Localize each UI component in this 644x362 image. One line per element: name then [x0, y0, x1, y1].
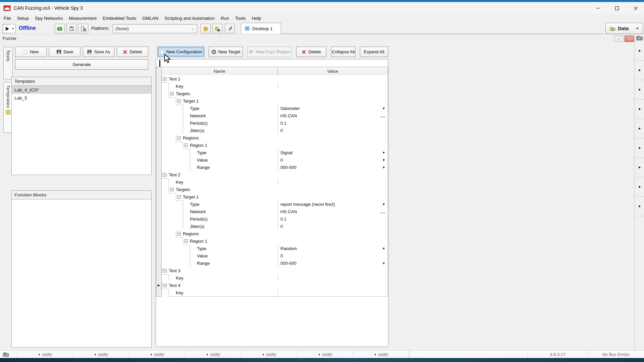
property-name-cell[interactable]: Period(s) — [183, 215, 278, 223]
group-row[interactable]: Target 1 — [176, 193, 388, 201]
minimize-button[interactable] — [594, 4, 602, 12]
group-row[interactable]: Test 3 — [162, 267, 388, 275]
collapse-expander-icon[interactable] — [163, 173, 167, 177]
menu-item-run[interactable]: Run — [218, 15, 232, 22]
new-button[interactable]: New — [15, 47, 47, 57]
fuzzer-close-button[interactable] — [625, 36, 635, 42]
property-value-cell[interactable]: 0.1 — [278, 119, 388, 127]
row-gutter[interactable] — [156, 127, 162, 134]
collapse-expander-icon[interactable] — [170, 188, 174, 191]
row-gutter[interactable] — [156, 171, 162, 179]
status-edit-cell[interactable]: (edit) — [73, 351, 129, 358]
setup-wrench-button[interactable] — [225, 24, 235, 34]
menu-item-scripting-and-automation[interactable]: Scripting and Automation — [161, 15, 218, 22]
delete-button[interactable]: Delete — [296, 47, 326, 57]
play-dropdown-button[interactable]: ▼ — [10, 24, 16, 33]
name-column-header[interactable]: Name — [162, 67, 278, 75]
database-button[interactable] — [201, 24, 211, 34]
row-gutter[interactable] — [156, 141, 162, 149]
property-value-cell[interactable]: Random▼ — [278, 245, 388, 252]
status-edit-cell[interactable]: (edit) — [298, 351, 354, 358]
property-row[interactable]: Typereport message (neovi fire2)▼ — [183, 200, 388, 208]
dock-item[interactable] — [635, 158, 644, 177]
property-value-cell[interactable] — [278, 82, 388, 90]
property-row[interactable]: NetworkHS CAN... — [183, 112, 388, 120]
property-value-cell[interactable]: HS CAN... — [278, 112, 388, 119]
row-gutter[interactable] — [156, 97, 162, 105]
fuzzer-collapse-button[interactable]: ⌄ — [614, 36, 624, 42]
property-name-cell[interactable]: Key — [169, 274, 278, 282]
property-name-cell[interactable]: Value — [190, 252, 278, 259]
property-value-cell[interactable] — [278, 274, 388, 282]
group-row[interactable]: Regions — [176, 134, 388, 142]
row-gutter[interactable] — [156, 237, 162, 245]
property-name-cell[interactable]: Network — [183, 208, 278, 215]
menu-item-measurement[interactable]: Measurement — [66, 15, 100, 22]
dropdown-arrow-icon[interactable]: ▼ — [382, 202, 388, 206]
save-button[interactable]: Save — [49, 47, 80, 57]
row-gutter[interactable] — [156, 134, 162, 142]
menu-item-setup[interactable]: Setup — [14, 15, 32, 22]
side-tab-tests[interactable]: Tests — [3, 47, 13, 79]
property-row[interactable]: Value0▼ — [190, 156, 388, 164]
status-edit-cell[interactable]: (edit) — [129, 351, 185, 358]
dock-item[interactable] — [635, 177, 644, 197]
group-row[interactable]: Target 1 — [176, 97, 388, 105]
group-row[interactable]: Targets — [169, 90, 388, 98]
dropdown-arrow-icon[interactable]: ▼ — [382, 107, 388, 110]
row-gutter[interactable] — [156, 156, 162, 164]
dock-item[interactable] — [635, 119, 644, 138]
row-gutter[interactable] — [156, 82, 162, 90]
row-gutter[interactable] — [156, 112, 162, 120]
group-row[interactable]: Targets — [169, 186, 388, 193]
row-gutter[interactable]: ▶ — [156, 282, 162, 289]
ellipsis-button[interactable]: ... — [381, 113, 388, 118]
row-gutter[interactable] — [156, 105, 162, 112]
property-name-cell[interactable]: Type — [183, 105, 278, 112]
save-setup-button[interactable] — [66, 24, 76, 34]
data-button[interactable]: Data — [605, 23, 633, 34]
row-gutter[interactable] — [156, 215, 162, 223]
row-gutter[interactable] — [156, 230, 162, 238]
collapse-expander-icon[interactable] — [163, 77, 167, 81]
property-row[interactable]: Key — [169, 289, 388, 297]
status-edit-cell[interactable]: (edit) — [17, 351, 73, 358]
menu-item-help[interactable]: Help — [249, 15, 264, 22]
collapse-expander-icon[interactable] — [163, 269, 167, 273]
database-save-button[interactable] — [212, 24, 222, 34]
dropdown-arrow-icon[interactable]: ▼ — [382, 261, 388, 265]
property-name-cell[interactable]: Range — [190, 259, 278, 267]
property-value-cell[interactable] — [278, 289, 388, 296]
property-value-cell[interactable]: report message (neovi fire2)▼ — [278, 200, 388, 208]
collapse-expander-icon[interactable] — [177, 136, 181, 140]
data-dropdown-button[interactable]: ▼ — [632, 23, 643, 34]
collapse-expander-icon[interactable] — [163, 284, 167, 287]
expand-all-button[interactable]: Expand All — [360, 47, 388, 57]
dock-item[interactable] — [635, 80, 644, 100]
value-column-header[interactable]: Value — [278, 67, 388, 75]
property-value-cell[interactable]: Odometer▼ — [278, 105, 388, 112]
row-gutter[interactable] — [156, 90, 162, 98]
maximize-button[interactable] — [613, 4, 621, 12]
dock-item[interactable] — [635, 60, 644, 80]
close-button[interactable] — [632, 4, 639, 12]
platform-combobox[interactable]: (None) ⌄ — [113, 24, 197, 33]
property-row[interactable]: Jitter(s)0 — [183, 223, 388, 230]
property-name-cell[interactable]: Jitter(s) — [183, 223, 278, 230]
dropdown-arrow-icon[interactable]: ▼ — [382, 166, 388, 169]
ellipsis-button[interactable]: ... — [381, 209, 388, 214]
row-gutter[interactable] — [156, 75, 162, 83]
property-row[interactable]: Jitter(s)0 — [183, 127, 388, 134]
group-row[interactable]: Test 4 — [162, 282, 388, 289]
property-name-cell[interactable]: Key — [169, 178, 278, 186]
collapse-expander-icon[interactable] — [184, 143, 188, 147]
menu-item-tools[interactable]: Tools — [232, 15, 249, 22]
tab-desktop-1[interactable]: Desktop 1 — [241, 23, 281, 34]
property-value-cell[interactable] — [278, 178, 388, 186]
row-gutter[interactable] — [156, 252, 162, 260]
property-row[interactable]: Period(s)0.1 — [183, 215, 388, 223]
property-name-cell[interactable]: Jitter(s) — [183, 127, 278, 134]
group-row[interactable]: Regions — [176, 230, 388, 238]
property-name-cell[interactable]: Key — [169, 289, 278, 296]
property-value-cell[interactable]: 000-000▼ — [278, 164, 388, 171]
